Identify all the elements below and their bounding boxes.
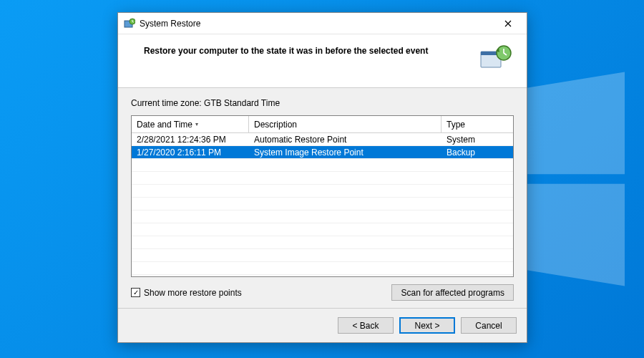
table-row[interactable]: 2/28/2021 12:24:36 PMAutomatic Restore P…: [132, 133, 513, 146]
table-header: Date and Time ▾ Description Type: [132, 116, 513, 133]
table-row-empty: [132, 262, 513, 275]
scan-affected-button[interactable]: Scan for affected programs: [391, 284, 514, 301]
column-header-date[interactable]: Date and Time ▾: [132, 116, 249, 132]
table-row-empty: [132, 249, 513, 262]
system-restore-dialog: System Restore Restore your computer to …: [117, 12, 527, 343]
header-area: Restore your computer to the state it wa…: [118, 34, 527, 87]
sort-indicator-icon: ▾: [195, 121, 198, 127]
back-button[interactable]: < Back: [338, 317, 394, 334]
table-row-empty: [132, 198, 513, 211]
table-row-empty: [132, 223, 513, 236]
table-row-empty: [132, 236, 513, 249]
column-label: Type: [447, 120, 465, 130]
checkbox-label: Show more restore points: [144, 288, 242, 298]
cell-date: 1/27/2020 2:16:11 PM: [132, 147, 249, 158]
window-title: System Restore: [140, 19, 494, 29]
close-icon: [504, 20, 512, 27]
table-footer-row: ✓ Show more restore points Scan for affe…: [131, 277, 514, 305]
wizard-footer: < Back Next > Cancel: [118, 308, 527, 342]
content-area: Current time zone: GTB Standard Time Dat…: [118, 88, 527, 308]
cell-desc: System Image Restore Point: [249, 147, 441, 158]
column-label: Date and Time: [137, 120, 192, 130]
cell-type: System: [441, 134, 513, 145]
svg-marker-3: [520, 184, 625, 286]
table-row[interactable]: 1/27/2020 2:16:11 PMSystem Image Restore…: [132, 146, 513, 159]
table-row-empty: [132, 185, 513, 198]
show-more-checkbox[interactable]: ✓ Show more restore points: [131, 288, 242, 298]
table-row-empty: [132, 211, 513, 223]
column-header-type[interactable]: Type: [441, 116, 513, 132]
titlebar: System Restore: [118, 13, 527, 34]
cancel-button[interactable]: Cancel: [461, 317, 517, 334]
close-button[interactable]: [494, 14, 522, 33]
table-body: 2/28/2021 12:24:36 PMAutomatic Restore P…: [132, 133, 513, 276]
cell-type: Backup: [441, 147, 513, 158]
cell-date: 2/28/2021 12:24:36 PM: [132, 134, 249, 145]
restore-graphic-icon: [478, 44, 512, 74]
table-row-empty: [132, 159, 513, 172]
checkbox-box: ✓: [131, 288, 140, 297]
table-row-empty: [132, 172, 513, 185]
system-restore-icon: [124, 18, 135, 29]
restore-points-table: Date and Time ▾ Description Type 2/28/20…: [131, 115, 514, 277]
svg-marker-1: [520, 72, 625, 174]
column-header-description[interactable]: Description: [249, 116, 441, 132]
cell-desc: Automatic Restore Point: [249, 134, 441, 145]
next-button[interactable]: Next >: [399, 317, 455, 334]
timezone-label: Current time zone: GTB Standard Time: [131, 98, 514, 108]
column-label: Description: [254, 120, 297, 130]
page-heading: Restore your computer to the state it wa…: [144, 44, 469, 56]
